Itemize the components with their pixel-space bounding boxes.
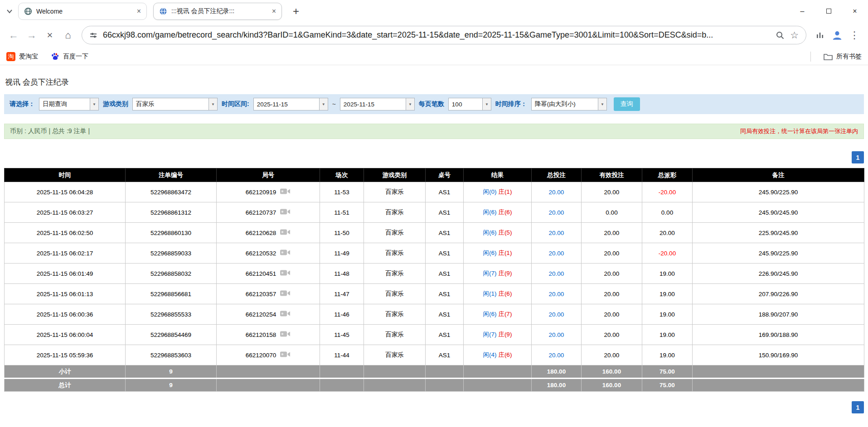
- bookmark-star-icon[interactable]: ☆: [790, 30, 799, 41]
- sort-label: 时间排序：: [495, 100, 527, 108]
- time-cell: 2025-11-15 06:03:27: [5, 202, 126, 223]
- close-tab-icon[interactable]: ×: [272, 7, 276, 15]
- replay-video-icon[interactable]: [280, 289, 291, 298]
- replay-video-icon[interactable]: [280, 249, 291, 258]
- query-button[interactable]: 查询: [614, 97, 640, 111]
- game-type-select[interactable]: 百家乐 ▼: [132, 98, 218, 110]
- total-bet-link[interactable]: 20.00: [549, 189, 564, 196]
- payout-cell: 0.00: [642, 202, 693, 223]
- total-label: 总计: [5, 379, 126, 392]
- result-cell: 闲(6) 庄(1): [464, 243, 532, 264]
- result-cell: 闲(6) 庄(6): [464, 202, 532, 223]
- total-bet-link[interactable]: 20.00: [549, 352, 564, 359]
- menu-icon[interactable]: ⋮: [845, 26, 863, 44]
- empty-cell: [464, 379, 532, 392]
- table-row: 2025-11-15 05:59:36522968853603662120070…: [5, 345, 864, 365]
- empty-cell: [364, 365, 426, 379]
- empty-cell: [320, 365, 364, 379]
- note-cell: 207.90/226.90: [693, 284, 864, 304]
- empty-cell: [320, 379, 364, 392]
- bookmark-aitaobao[interactable]: 淘 爱淘宝: [6, 52, 38, 61]
- note-cell: 188.90/207.90: [693, 304, 864, 325]
- replay-video-icon[interactable]: [280, 187, 291, 197]
- total-bet-cell: 20.00: [532, 284, 582, 304]
- date-end-select[interactable]: 2025-11-15 ▼: [340, 98, 415, 110]
- total-bet-cell: 20.00: [532, 182, 582, 202]
- column-header: 结果: [464, 168, 532, 182]
- query-type-select[interactable]: 日期查询 ▼: [39, 98, 99, 110]
- table-no-cell: AS1: [426, 304, 464, 325]
- column-header: 备注: [693, 168, 864, 182]
- page-number-button[interactable]: 1: [852, 151, 864, 163]
- new-tab-button[interactable]: +: [288, 4, 304, 19]
- browser-toolbar: ← → × ⌂ 66cxkj98.com/game/betrecord_sear…: [0, 22, 868, 48]
- replay-video-icon[interactable]: [280, 269, 291, 278]
- chevron-down-icon[interactable]: ▼: [598, 98, 606, 110]
- chevron-down-icon[interactable]: ▼: [209, 98, 217, 110]
- selected-value: 降幂(由大到小): [532, 98, 598, 110]
- total-bet-link[interactable]: 20.00: [549, 331, 564, 338]
- total-bet-link[interactable]: 20.00: [549, 230, 564, 236]
- zoom-icon[interactable]: [776, 31, 785, 40]
- forward-button[interactable]: →: [23, 26, 41, 44]
- site-info-icon[interactable]: [89, 31, 97, 39]
- bet-id-cell: 522968856681: [126, 284, 217, 304]
- bookmark-baidu[interactable]: 百度一下: [51, 52, 88, 61]
- session-cell: 11-53: [320, 182, 364, 202]
- total-bet-link[interactable]: 20.00: [549, 311, 564, 318]
- total-bet-link[interactable]: 20.00: [549, 250, 564, 257]
- total-bet-link[interactable]: 20.00: [549, 270, 564, 277]
- total-bet-cell: 20.00: [532, 325, 582, 345]
- game-type-label: 游戏类别: [103, 100, 128, 108]
- bet-id-cell: 522968858032: [126, 264, 217, 284]
- stop-button[interactable]: ×: [41, 26, 59, 44]
- bet-id-cell: 522968863472: [126, 182, 217, 202]
- sort-select[interactable]: 降幂(由大到小) ▼: [531, 98, 607, 110]
- time-cell: 2025-11-15 06:00:04: [5, 325, 126, 345]
- chevron-down-icon[interactable]: ▼: [90, 98, 98, 110]
- session-cell: 11-50: [320, 223, 364, 243]
- replay-video-icon[interactable]: [280, 228, 291, 237]
- address-bar[interactable]: 66cxkj98.com/game/betrecord_search/kind3…: [82, 26, 806, 44]
- chevron-down-icon[interactable]: ▼: [482, 98, 491, 110]
- bet-id-cell: 522968855533: [126, 304, 217, 325]
- chevron-down-icon[interactable]: ▼: [319, 98, 328, 110]
- session-cell: 11-44: [320, 345, 364, 365]
- table-row: 2025-11-15 06:00:36522968855533662120254…: [5, 304, 864, 325]
- total-bet-link[interactable]: 20.00: [549, 209, 564, 216]
- close-tab-icon[interactable]: ×: [137, 7, 141, 15]
- time-cell: 2025-11-15 06:00:36: [5, 304, 126, 325]
- game-type-cell: 百家乐: [364, 304, 426, 325]
- replay-video-icon[interactable]: [280, 310, 291, 319]
- game-type-cell: 百家乐: [364, 223, 426, 243]
- all-bookmarks-label: 所有书签: [836, 53, 862, 61]
- chevron-down-icon[interactable]: ▼: [406, 98, 414, 110]
- url-text[interactable]: 66cxkj98.com/game/betrecord_search/kind3…: [103, 30, 770, 40]
- all-bookmarks-button[interactable]: 所有书签: [824, 53, 862, 61]
- tab-betrecord[interactable]: :::视讯 会员下注纪录::: ×: [153, 3, 282, 20]
- maximize-button[interactable]: [815, 0, 842, 22]
- page-number-button[interactable]: 1: [852, 401, 864, 413]
- replay-video-icon[interactable]: [280, 350, 291, 360]
- round-cell: 662120451: [217, 264, 320, 284]
- total-bet-link[interactable]: 20.00: [549, 291, 564, 297]
- subtotal-payout: 75.00: [642, 365, 693, 379]
- valid-bet-cell: 20.00: [582, 304, 642, 325]
- replay-video-icon[interactable]: [280, 330, 291, 339]
- subtotal-label: 小计: [5, 365, 126, 379]
- table-row: 2025-11-15 06:04:28522968863472662120919…: [5, 182, 864, 202]
- tab-search-button[interactable]: [4, 5, 15, 17]
- home-button[interactable]: ⌂: [59, 26, 77, 44]
- back-button[interactable]: ←: [5, 26, 23, 44]
- valid-bet-cell: 20.00: [582, 284, 642, 304]
- replay-video-icon[interactable]: [280, 208, 291, 217]
- close-button[interactable]: ×: [842, 0, 868, 22]
- game-type-cell: 百家乐: [364, 345, 426, 365]
- page-size-select[interactable]: 100 ▼: [448, 98, 491, 110]
- media-controls-icon[interactable]: [811, 26, 829, 44]
- minimize-button[interactable]: –: [789, 0, 815, 22]
- date-start-select[interactable]: 2025-11-15 ▼: [253, 98, 328, 110]
- tab-welcome[interactable]: Welcome ×: [18, 3, 147, 20]
- total-bet-cell: 20.00: [532, 304, 582, 325]
- profile-avatar[interactable]: [829, 27, 845, 43]
